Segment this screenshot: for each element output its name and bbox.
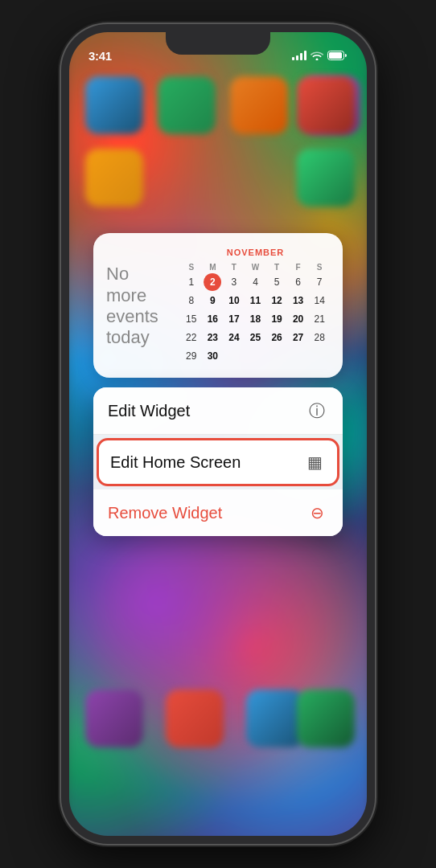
cal-day-header: S (181, 262, 202, 272)
status-icons (292, 51, 348, 60)
cal-day-cell[interactable]: 11 (246, 292, 264, 309)
cal-day-empty (311, 347, 328, 365)
cal-day-cell[interactable]: 13 (290, 292, 307, 309)
cal-day-cell[interactable]: 18 (246, 310, 264, 328)
cal-day-header: T (224, 262, 245, 272)
cal-day-cell[interactable]: 5 (268, 273, 286, 291)
status-time: 3:41 (88, 49, 112, 63)
cal-day-cell[interactable]: 7 (311, 273, 328, 291)
menu-item-icon-remove-widget: ⊖ (306, 502, 328, 524)
cal-day-header: T (266, 262, 287, 272)
menu-item-label-edit-home-screen: Edit Home Screen (110, 453, 241, 472)
menu-item-remove-widget[interactable]: Remove Widget⊖ (93, 489, 343, 536)
cal-day-cell[interactable]: 10 (225, 292, 243, 309)
context-area: No more events today NOVEMBER SMTWTFS123… (93, 233, 343, 536)
cal-day-cell[interactable]: 26 (268, 329, 286, 346)
cal-day-cell[interactable]: 30 (204, 347, 221, 365)
cal-day-cell[interactable]: 8 (183, 292, 200, 309)
cal-no-events-section: No more events today (106, 248, 171, 365)
cal-day-empty (290, 347, 307, 365)
menu-item-label-remove-widget: Remove Widget (108, 504, 222, 522)
no-events-label: No more events today (106, 264, 171, 349)
signal-icon (292, 51, 306, 60)
cal-day-cell[interactable]: 3 (225, 273, 243, 291)
phone-screen: 3:41 (69, 32, 367, 836)
cal-day-header: F (288, 262, 309, 272)
cal-month-label: NOVEMBER (181, 248, 330, 257)
phone-frame: 3:41 (61, 24, 375, 844)
cal-day-empty (268, 347, 286, 365)
battery-icon (327, 51, 348, 60)
cal-day-cell[interactable]: 29 (183, 347, 200, 365)
cal-day-cell[interactable]: 20 (290, 310, 307, 328)
cal-day-cell[interactable]: 17 (225, 310, 243, 328)
cal-day-cell[interactable]: 1 (183, 273, 200, 291)
cal-day-cell[interactable]: 4 (246, 273, 264, 291)
cal-day-cell[interactable]: 12 (268, 292, 286, 309)
cal-day-cell[interactable]: 27 (290, 329, 307, 346)
menu-item-label-edit-widget: Edit Widget (108, 402, 190, 420)
cal-day-cell[interactable]: 25 (246, 329, 264, 346)
menu-item-edit-widget[interactable]: Edit Widgetⓘ (93, 387, 343, 435)
cal-day-cell[interactable]: 19 (268, 310, 286, 328)
menu-item-edit-home-screen[interactable]: Edit Home Screen▦ (97, 438, 339, 486)
cal-day-cell[interactable]: 15 (183, 310, 200, 328)
cal-day-cell[interactable]: 24 (225, 329, 243, 346)
cal-day-cell[interactable]: 23 (204, 329, 221, 346)
context-menu: Edit WidgetⓘEdit Home Screen▦Remove Widg… (93, 387, 343, 536)
cal-day-cell[interactable]: 28 (311, 329, 328, 346)
menu-item-icon-edit-widget: ⓘ (306, 399, 328, 422)
cal-day-cell[interactable]: 9 (204, 292, 221, 309)
cal-day-cell[interactable]: 16 (204, 310, 221, 328)
wifi-icon (311, 51, 323, 60)
cal-day-cell[interactable]: 14 (311, 292, 328, 309)
cal-day-cell[interactable]: 21 (311, 310, 328, 328)
svg-rect-1 (329, 52, 342, 59)
cal-day-cell[interactable]: 22 (183, 329, 200, 346)
cal-day-header: W (245, 262, 266, 272)
cal-day-header: S (309, 262, 330, 272)
cal-day-empty (225, 347, 243, 365)
notch (166, 32, 270, 55)
menu-item-icon-edit-home-screen: ▦ (303, 451, 326, 473)
calendar-widget[interactable]: No more events today NOVEMBER SMTWTFS123… (93, 233, 343, 378)
cal-calendar-section: NOVEMBER SMTWTFS123456789101112131415161… (181, 248, 330, 365)
cal-day-cell[interactable]: 6 (290, 273, 307, 291)
cal-day-cell[interactable]: 2 (204, 273, 221, 291)
cal-day-header: M (203, 262, 224, 272)
cal-day-empty (246, 347, 264, 365)
cal-grid: SMTWTFS123456789101112131415161718192021… (181, 262, 330, 365)
